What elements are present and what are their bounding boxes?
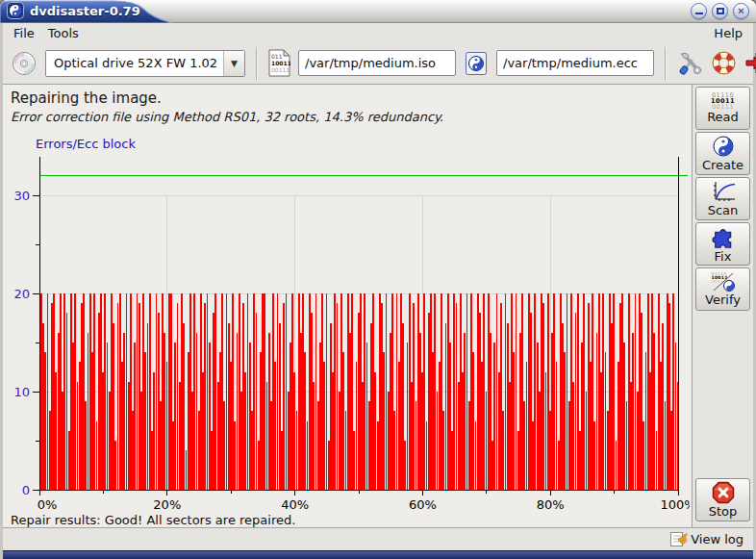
view-log-label: View log (691, 532, 743, 546)
scan-icon (710, 180, 737, 203)
scan-button-label: Scan (708, 203, 739, 217)
menu-file[interactable]: File (7, 25, 41, 41)
minimize-icon (695, 13, 703, 14)
svg-text:60%: 60% (409, 497, 437, 512)
close-icon: ✕ (737, 7, 744, 16)
maximize-button[interactable] (712, 3, 728, 19)
svg-text:0: 0 (22, 483, 30, 497)
stop-button-label: Stop (709, 504, 738, 519)
titlebar[interactable]: dvdisaster-0.79 ✕ (0, 0, 756, 23)
drive-selector-value: Optical drive 52X FW 1.02 (46, 56, 223, 70)
window-bottom-border (3, 550, 753, 559)
svg-text:10: 10 (13, 385, 30, 399)
image-file-icon: 011 10011 00111 (268, 49, 290, 77)
action-sidebar: 01110 10011 00111 Read Create (692, 85, 753, 527)
menubar: File Tools Help (3, 23, 753, 42)
create-button-label: Create (702, 158, 743, 172)
stop-icon (712, 481, 735, 504)
svg-text:0%: 0% (38, 497, 58, 512)
exit-door-icon (744, 50, 756, 76)
help-button[interactable] (711, 50, 737, 76)
read-icon: 01110 10011 00111 (711, 92, 735, 110)
svg-text:40%: 40% (281, 497, 309, 512)
ecc-file-icon (464, 50, 489, 77)
toolbar-separator (665, 47, 667, 80)
chart-panel: Repairing the image. Error correction fi… (3, 85, 692, 527)
status-subheading: Error correction file using Method RS01,… (11, 110, 692, 124)
app-icon (7, 2, 24, 19)
verify-button[interactable]: 01110 10011 00111 Verify (695, 267, 750, 311)
app-window: dvdisaster-0.79 ✕ File Tools Help (0, 0, 756, 559)
toolbar: Optical drive 52X FW 1.02 ▼ 011 10011 00… (3, 42, 753, 85)
statusbar: ☛ View log (3, 527, 753, 550)
errors-chart: 01020300%20%40%60%80%100% (5, 151, 690, 513)
close-button[interactable]: ✕ (733, 3, 749, 19)
fix-button[interactable]: Fix (695, 222, 750, 266)
verify-icon: 01110 10011 00111 (711, 271, 736, 292)
chevron-down-icon[interactable]: ▼ (223, 51, 244, 76)
scan-button[interactable]: Scan (695, 177, 750, 220)
cd-icon (11, 50, 38, 77)
menu-help[interactable]: Help (707, 25, 749, 41)
read-button-label: Read (707, 110, 739, 124)
preferences-button[interactable] (677, 50, 703, 76)
read-button[interactable]: 01110 10011 00111 Read (695, 87, 750, 130)
svg-text:100%: 100% (660, 497, 690, 512)
iso-icon-digits-3: 00111 (271, 66, 290, 73)
create-icon (712, 135, 735, 158)
tools-icon (677, 50, 703, 76)
toolbar-separator (256, 47, 258, 80)
svg-text:30: 30 (13, 189, 30, 203)
status-heading: Repairing the image. (11, 89, 692, 107)
minimize-button[interactable] (691, 3, 707, 19)
drive-selector[interactable]: Optical drive 52X FW 1.02 ▼ (45, 50, 245, 77)
view-log-button[interactable]: ☛ View log (669, 531, 743, 547)
quit-button[interactable] (744, 50, 756, 76)
window-title: dvdisaster-0.79 (30, 4, 140, 18)
svg-text:80%: 80% (537, 497, 565, 512)
svg-text:20%: 20% (153, 497, 181, 512)
ecc-file-input[interactable] (496, 50, 654, 76)
verify-button-label: Verify (705, 292, 741, 307)
create-button[interactable]: Create (695, 132, 750, 175)
repair-results-text: Repair results: Good! All sectors are re… (11, 513, 692, 527)
iso-icon-digits-1: 011 (271, 53, 283, 60)
lifebuoy-icon (711, 50, 737, 76)
iso-icon-digits-2: 10011 (271, 60, 290, 66)
main-area: Repairing the image. Error correction fi… (3, 85, 753, 527)
fix-icon (711, 224, 736, 249)
image-file-input[interactable] (298, 50, 456, 76)
svg-text:20: 20 (13, 287, 30, 301)
maximize-icon (717, 8, 724, 14)
stop-button[interactable]: Stop (695, 478, 750, 521)
menu-tools[interactable]: Tools (41, 25, 86, 41)
fix-button-label: Fix (715, 249, 732, 264)
chart-title: Errors/Ecc block (36, 137, 692, 151)
